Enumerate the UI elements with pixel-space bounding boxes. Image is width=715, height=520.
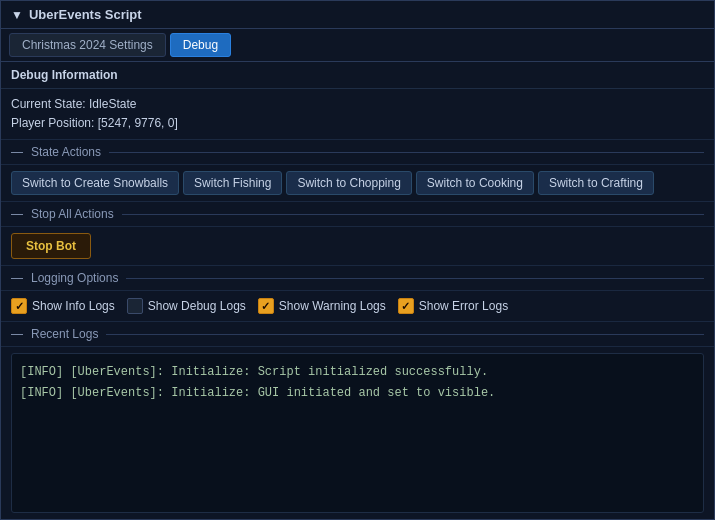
show-info-logs-label: Show Info Logs bbox=[32, 299, 115, 313]
switch-cooking-button[interactable]: Switch to Cooking bbox=[416, 171, 534, 195]
show-debug-logs-label: Show Debug Logs bbox=[148, 299, 246, 313]
show-info-logs-option[interactable]: ✓ Show Info Logs bbox=[11, 298, 115, 314]
stop-actions-divider-line-left: — bbox=[11, 207, 23, 221]
logging-options-label: Logging Options bbox=[31, 271, 118, 285]
state-actions-divider: — State Actions bbox=[1, 140, 714, 165]
show-warning-logs-option[interactable]: ✓ Show Warning Logs bbox=[258, 298, 386, 314]
recent-logs-divider-line-right bbox=[106, 334, 704, 335]
show-debug-logs-option[interactable]: Show Debug Logs bbox=[127, 298, 246, 314]
show-info-logs-checkbox[interactable]: ✓ bbox=[11, 298, 27, 314]
logging-divider-line-left: — bbox=[11, 271, 23, 285]
show-warning-logs-label: Show Warning Logs bbox=[279, 299, 386, 313]
show-error-logs-label: Show Error Logs bbox=[419, 299, 508, 313]
stop-actions-divider-line-right bbox=[122, 214, 704, 215]
switch-fishing-button[interactable]: Switch Fishing bbox=[183, 171, 282, 195]
show-warning-logs-checkbox[interactable]: ✓ bbox=[258, 298, 274, 314]
logging-divider-line-right bbox=[126, 278, 704, 279]
recent-logs-divider-line-left: — bbox=[11, 327, 23, 341]
show-error-logs-option[interactable]: ✓ Show Error Logs bbox=[398, 298, 508, 314]
title-bar: ▼ UberEvents Script bbox=[1, 1, 714, 29]
state-actions-label: State Actions bbox=[31, 145, 101, 159]
player-position-label: Player Position: [5247, 9776, 0] bbox=[11, 114, 704, 133]
stop-actions-divider: — Stop All Actions bbox=[1, 202, 714, 227]
tab-debug[interactable]: Debug bbox=[170, 33, 231, 57]
show-error-logs-checkbox[interactable]: ✓ bbox=[398, 298, 414, 314]
logs-panel[interactable]: [INFO] [UberEvents]: Initialize: Script … bbox=[11, 353, 704, 513]
recent-logs-label: Recent Logs bbox=[31, 327, 98, 341]
logging-options-divider: — Logging Options bbox=[1, 266, 714, 291]
state-actions-divider-line-left: — bbox=[11, 145, 23, 159]
switch-chopping-button[interactable]: Switch to Chopping bbox=[286, 171, 411, 195]
stop-actions-label: Stop All Actions bbox=[31, 207, 114, 221]
show-debug-logs-checkbox[interactable] bbox=[127, 298, 143, 314]
switch-crafting-button[interactable]: Switch to Crafting bbox=[538, 171, 654, 195]
tabs-bar: Christmas 2024 Settings Debug bbox=[1, 29, 714, 62]
window-title: UberEvents Script bbox=[29, 7, 142, 22]
recent-logs-divider: — Recent Logs bbox=[1, 322, 714, 347]
debug-info-block: Current State: IdleState Player Position… bbox=[1, 89, 714, 140]
log-entry-0: [INFO] [UberEvents]: Initialize: Script … bbox=[20, 362, 695, 382]
switch-create-snowballs-button[interactable]: Switch to Create Snowballs bbox=[11, 171, 179, 195]
current-state-label: Current State: IdleState bbox=[11, 95, 704, 114]
collapse-arrow-icon[interactable]: ▼ bbox=[11, 8, 23, 22]
state-actions-divider-line-right bbox=[109, 152, 704, 153]
stop-bot-button[interactable]: Stop Bot bbox=[11, 233, 91, 259]
state-actions-row: Switch to Create Snowballs Switch Fishin… bbox=[1, 165, 714, 202]
debug-section-header: Debug Information bbox=[1, 62, 714, 89]
logging-options-row: ✓ Show Info Logs Show Debug Logs ✓ Show … bbox=[1, 291, 714, 322]
main-window: ▼ UberEvents Script Christmas 2024 Setti… bbox=[0, 0, 715, 520]
stop-actions-row: Stop Bot bbox=[1, 227, 714, 266]
tab-christmas-settings[interactable]: Christmas 2024 Settings bbox=[9, 33, 166, 57]
log-entry-1: [INFO] [UberEvents]: Initialize: GUI ini… bbox=[20, 383, 695, 403]
content-area: Debug Information Current State: IdleSta… bbox=[1, 62, 714, 519]
